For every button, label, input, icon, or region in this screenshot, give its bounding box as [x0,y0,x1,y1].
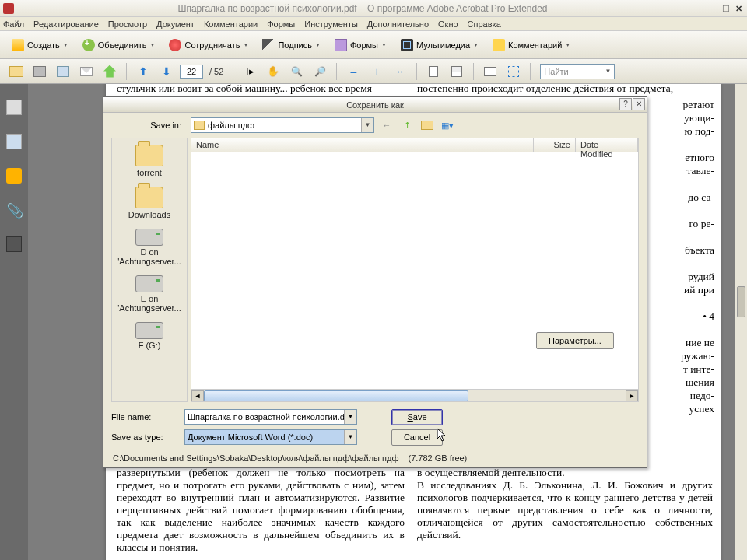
menu-view[interactable]: Просмотр [108,19,147,29]
menu-advanced[interactable]: Дополнительно [367,19,429,29]
zoom-in-button[interactable]: + [366,61,387,82]
next-page-button[interactable]: ⬇ [156,61,177,82]
minimize-button[interactable]: ─ [708,3,719,14]
multimedia-icon [401,39,413,51]
continuous-icon [451,66,462,77]
sign-icon [262,39,275,51]
page-number-input[interactable] [180,65,203,79]
folder-icon [135,145,163,166]
forms-button[interactable]: Формы▼ [329,36,392,54]
zoom-sel-icon: 🔍 [291,66,303,77]
marquee-zoom[interactable]: 🔍 [286,61,307,82]
find-input[interactable]: Найти▼ [540,64,615,79]
save-as-dialog: Сохранить как ? ✕ Save in: файлы пдф ▼ ←… [103,96,647,468]
menu-forms[interactable]: Формы [267,19,295,29]
open-button[interactable] [6,61,26,82]
scrollbar-thumb[interactable] [204,390,468,401]
place-item[interactable]: F (G:) [114,322,184,350]
scroll-left-button[interactable]: ◄ [191,390,204,401]
window-titlebar: Шпаргалка по возрастной психологии.pdf –… [0,0,747,17]
save-type-combo[interactable]: Документ Microsoft Word (*.doc)▼ [184,429,357,445]
window-title: Шпаргалка по возрастной психологии.pdf –… [19,3,707,14]
comment-button[interactable]: Комментарий▼ [487,36,576,54]
chevron-down-icon[interactable]: ▼ [361,118,374,132]
save-button[interactable]: SSaveave [391,409,443,425]
combine-button[interactable]: Объединить▼ [77,36,161,54]
drive-icon [135,229,163,246]
hand-tool[interactable]: ✋ [263,61,283,82]
two-page-icon [484,67,496,76]
col-size[interactable]: Size [534,138,576,152]
dialog-titlebar: Сохранить как ? ✕ [103,97,647,113]
signatures-panel-icon[interactable] [6,236,22,252]
parameters-button[interactable]: Параметры... [536,332,614,349]
open-icon [9,66,23,77]
comments-panel-icon[interactable] [6,168,22,184]
fit-width-button[interactable]: ↔ [390,61,410,82]
scrollbar-thumb[interactable] [737,286,745,317]
save-button-tb[interactable] [53,61,73,82]
nav-up-button[interactable]: ↥ [399,117,415,133]
page-text: в осуществляемой деятельности. В исследо… [417,467,713,541]
maximize-button[interactable]: ☐ [721,3,731,14]
scroll-right-button[interactable]: ► [626,390,638,401]
fullscreen-button[interactable] [503,61,524,82]
home-button[interactable] [100,61,120,82]
fit-width-icon: ↔ [396,67,405,76]
col-name[interactable]: Name [191,138,534,152]
dialog-help-button[interactable]: ? [619,98,632,110]
horizontal-scrollbar[interactable]: ◄ ► [191,389,638,401]
prev-page-button[interactable]: ⬆ [133,61,153,82]
print-icon [33,66,46,77]
print-button[interactable] [30,61,50,82]
attachments-panel-icon[interactable]: 📎 [6,202,22,218]
cancel-button[interactable]: Cancel [391,429,443,446]
bookmarks-panel-icon[interactable] [6,134,22,149]
place-item[interactable]: D on 'Achtungserver... [114,229,184,266]
email-icon [80,67,93,76]
place-item[interactable]: torrent [114,145,184,177]
place-item[interactable]: E on 'Achtungserver... [114,275,184,313]
page-text: постепенно происходит отделение действия… [417,84,713,95]
menu-file[interactable]: Файл [3,19,24,29]
page-text-fragment: ретают ующи- ю под- етного тавле- до са-… [668,98,714,415]
navigation-pane: 📎 [0,84,28,560]
folder-icon [194,121,205,130]
select-tool[interactable]: I▸ [240,61,260,82]
place-item[interactable]: Downloads [114,187,184,219]
new-folder-button[interactable] [419,117,435,133]
pages-panel-icon[interactable] [6,100,22,115]
filename-combo[interactable]: Шпаргалка по возрастной психологии.doc▼ [184,409,357,425]
menu-document[interactable]: Документ [156,19,195,29]
view-menu-button[interactable]: ▦▾ [440,117,455,133]
collaborate-button[interactable]: Сотрудничать▼ [163,36,254,54]
sign-button[interactable]: Подпись▼ [257,36,325,54]
chevron-down-icon[interactable]: ▼ [344,410,356,424]
nav-back-button[interactable]: ← [379,117,395,133]
menu-tools[interactable]: Инструменты [304,19,358,29]
email-button[interactable] [76,61,96,82]
menu-window[interactable]: Окно [438,19,458,29]
close-button[interactable]: ✕ [733,3,744,14]
vertical-scrollbar[interactable] [735,84,747,560]
file-list[interactable]: Name Size Date Modified ◄ ► [191,138,639,402]
continuous-button[interactable] [447,61,467,82]
menu-comments[interactable]: Комментарии [204,19,258,29]
create-button[interactable]: Создать▼ [6,36,74,54]
menu-help[interactable]: Справка [468,19,501,29]
zoom-out-button[interactable]: – [343,61,363,82]
col-date[interactable]: Date Modified [576,138,638,152]
file-list-body[interactable] [191,152,638,389]
save-in-combo[interactable]: файлы пдф ▼ [191,117,374,133]
menu-edit[interactable]: Редактирование [33,19,99,29]
two-page-button[interactable] [480,61,500,82]
zoom-dynamic[interactable]: 🔎 [310,61,330,82]
single-page-button[interactable] [423,61,444,82]
hand-icon: ✋ [267,65,279,77]
chevron-down-icon[interactable]: ▼ [344,430,356,444]
drive-icon [135,322,163,339]
dialog-close-button[interactable]: ✕ [633,98,645,110]
text-select-icon: I▸ [246,65,254,77]
multimedia-button[interactable]: Мультимедиа▼ [395,36,484,54]
new-folder-icon [421,121,433,130]
